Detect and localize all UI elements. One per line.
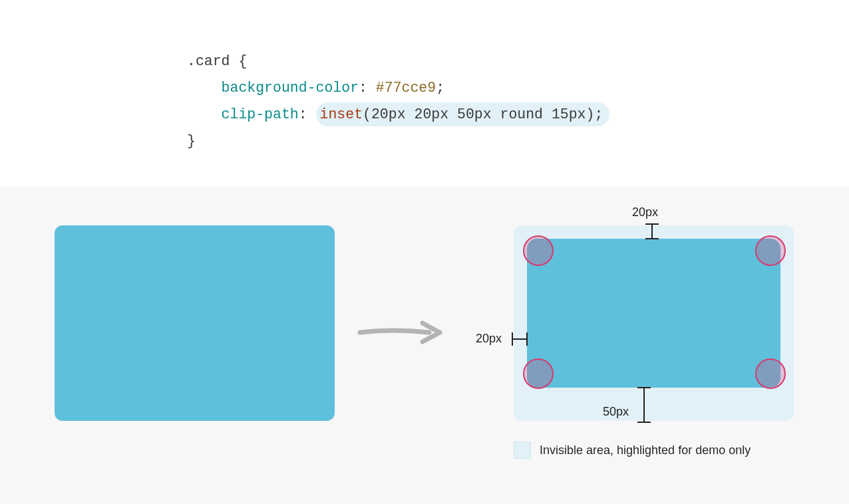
legend-text: Invisible area, highlighted for demo onl… bbox=[540, 443, 751, 457]
corner-radius-marker-top-left bbox=[523, 235, 554, 266]
figure-stage: .card { background-color: #77cce9; clip-… bbox=[0, 0, 849, 504]
corner-radius-marker-top-right bbox=[755, 235, 786, 266]
card-after-visible bbox=[527, 239, 780, 388]
css-function-name: inset bbox=[320, 106, 363, 122]
semicolon-1: ; bbox=[436, 80, 444, 96]
measure-bracket-top bbox=[645, 223, 659, 239]
css-hex-value: #77cce9 bbox=[376, 80, 436, 96]
colon-1: : bbox=[359, 80, 367, 96]
css-selector: .card bbox=[187, 53, 230, 69]
card-after-highlight bbox=[514, 225, 794, 421]
corner-radius-marker-bottom-left bbox=[523, 358, 554, 389]
inset-bottom-label: 50px bbox=[603, 405, 629, 419]
css-function-args: (20px 20px 50px round 15px) bbox=[363, 106, 594, 122]
colon-2: : bbox=[299, 106, 307, 122]
code-area: .card { background-color: #77cce9; clip-… bbox=[0, 0, 849, 186]
measure-bracket-left bbox=[512, 332, 528, 346]
inset-top-label: 20px bbox=[632, 205, 658, 219]
legend: Invisible area, highlighted for demo onl… bbox=[514, 441, 751, 459]
semicolon-2: ; bbox=[594, 106, 603, 122]
corner-radius-marker-bottom-right bbox=[755, 358, 786, 389]
arrow-icon bbox=[356, 314, 445, 351]
css-code: .card { background-color: #77cce9; clip-… bbox=[187, 21, 609, 154]
measure-bracket-bottom bbox=[637, 387, 651, 423]
brace-open: { bbox=[230, 53, 248, 69]
css-property-2: clip-path bbox=[222, 106, 299, 122]
highlighted-value: inset(20px 20px 50px round 15px); bbox=[316, 102, 610, 126]
css-property-1: background-color bbox=[222, 80, 359, 96]
brace-close: } bbox=[187, 133, 196, 149]
legend-swatch bbox=[514, 441, 531, 459]
demo-area: 20px 20px 50px bbox=[0, 186, 849, 504]
inset-left-label: 20px bbox=[476, 332, 502, 346]
card-before bbox=[55, 225, 335, 421]
